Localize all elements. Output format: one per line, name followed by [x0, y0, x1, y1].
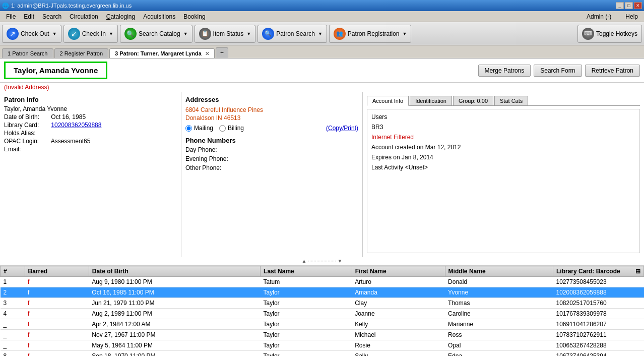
- results-table: # Barred Date of Birth Last Name First N…: [0, 266, 644, 356]
- group-tab[interactable]: Group: 0.00: [453, 96, 493, 105]
- evening-phone-label: Evening Phone:: [185, 155, 241, 162]
- account-panel: Account Info Identification Group: 0.00 …: [363, 92, 644, 257]
- stat-cats-tab[interactable]: Stat Cats: [494, 96, 528, 105]
- billing-radio-input[interactable]: [219, 125, 226, 132]
- toggle-hotkeys-label: Toggle Hotkeys: [596, 30, 637, 37]
- menu-help[interactable]: Help: [621, 12, 642, 21]
- check-out-button[interactable]: ↗ Check Out ▼: [2, 25, 61, 43]
- item-status-icon: 📋: [199, 28, 211, 40]
- tab-register-patron[interactable]: 2 Register Patron: [54, 48, 109, 58]
- tab-register-patron-label: 2 Register Patron: [60, 50, 103, 56]
- account-tabs: Account Info Identification Group: 0.00 …: [367, 96, 640, 106]
- search-catalog-label: Search Catalog: [139, 30, 180, 37]
- library-card-label: Library Card:: [4, 122, 49, 129]
- menu-acquisitions[interactable]: Acquisitions: [139, 12, 179, 21]
- menu-file[interactable]: File: [2, 12, 20, 21]
- table-row[interactable]: 4fAug 2, 1989 11:00 PMTaylorJoanneCaroli…: [1, 309, 644, 319]
- menu-admin[interactable]: Admin (-): [583, 12, 615, 21]
- holds-alias-row: Holds Alias:: [4, 130, 177, 137]
- tab-bar: 1 Patron Search 2 Register Patron 3 Patr…: [0, 45, 644, 58]
- detail-section: Patron Info Taylor, Amanda Yvonne Date o…: [0, 92, 644, 257]
- copy-print-link[interactable]: (Copy/Print): [326, 125, 358, 132]
- menu-cataloging[interactable]: Cataloging: [102, 12, 139, 21]
- dob-label: Date of Birth:: [4, 113, 49, 121]
- tab-patron-detail-close[interactable]: ✕: [205, 51, 209, 56]
- col-first-name[interactable]: First Name: [352, 266, 445, 277]
- table-row[interactable]: _fNov 27, 1967 11:00 PMTaylorMichaelRoss…: [1, 330, 644, 340]
- holds-alias-label: Holds Alias:: [4, 130, 49, 137]
- mailing-radio[interactable]: Mailing: [185, 125, 213, 132]
- account-last-activity: Last Activity <Unset>: [371, 164, 635, 171]
- check-in-label: Check In: [82, 30, 106, 37]
- opac-login-value: Assessment65: [51, 138, 91, 145]
- search-catalog-button[interactable]: 🔍 Search Catalog ▼: [120, 25, 192, 43]
- other-phone-row: Other Phone:: [185, 164, 358, 171]
- library-card-row: Library Card: 102008362059888: [4, 122, 177, 129]
- account-info-tab[interactable]: Account Info: [367, 96, 409, 106]
- minimize-button[interactable]: _: [616, 2, 624, 9]
- item-status-arrow: ▼: [246, 31, 251, 36]
- address-city-state-zip: Donaldson IN 46513: [185, 114, 358, 122]
- item-status-button[interactable]: 📋 Item Status ▼: [195, 25, 256, 43]
- col-num: #: [1, 266, 25, 277]
- addresses-panel: Addresses 6804 Careful Influence Pines D…: [181, 92, 363, 257]
- col-middle-name[interactable]: Middle Name: [445, 266, 553, 277]
- search-form-button[interactable]: Search Form: [534, 65, 582, 77]
- col-last-name[interactable]: Last Name: [261, 266, 352, 277]
- toggle-hotkeys-button[interactable]: ⌨ Toggle Hotkeys: [577, 25, 642, 43]
- toggle-hotkeys-icon: ⌨: [582, 28, 594, 40]
- account-created: Account created on Mar 12, 2012: [371, 144, 635, 151]
- merge-patrons-button[interactable]: Merge Patrons: [478, 65, 531, 77]
- col-barcode[interactable]: Library Card: Barcode ⊞: [553, 266, 644, 277]
- results-table-scroll[interactable]: # Barred Date of Birth Last Name First N…: [0, 266, 644, 356]
- check-in-icon: ↙: [68, 28, 80, 40]
- tab-patron-search-label: 1 Patron Search: [8, 50, 48, 56]
- table-row[interactable]: 8fSep 18, 1970 11:00 PMTaylorSallyEdna10…: [1, 351, 644, 357]
- patron-info-panel: Patron Info Taylor, Amanda Yvonne Date o…: [0, 92, 181, 257]
- mailing-label: Mailing: [194, 125, 213, 132]
- window-icon: 🌐: [2, 3, 9, 9]
- table-row[interactable]: _fApr 2, 1984 12:00 AMTaylorKellyMariann…: [1, 319, 644, 330]
- patron-fullname-row: Taylor, Amanda Yvonne: [4, 105, 177, 112]
- day-phone-row: Day Phone:: [185, 146, 358, 153]
- invalid-address-label: (Invalid Address): [4, 84, 49, 91]
- address-street: 6804 Careful Influence Pines: [185, 106, 358, 113]
- billing-label: Billing: [228, 125, 244, 132]
- dob-row: Date of Birth: Oct 16, 1985: [4, 113, 177, 121]
- identification-tab[interactable]: Identification: [410, 96, 452, 105]
- patron-registration-label: Patron Registration: [348, 30, 400, 37]
- account-expires: Expires on Jan 8, 2014: [371, 154, 635, 161]
- search-catalog-arrow: ▼: [183, 31, 188, 36]
- patron-registration-button[interactable]: 👥 Patron Registration ▼: [329, 25, 412, 43]
- close-button[interactable]: ✕: [634, 2, 642, 9]
- mailing-radio-input[interactable]: [185, 125, 192, 132]
- menu-search[interactable]: Search: [38, 12, 66, 21]
- scroll-indicator: ▲ ···················· ▼: [0, 257, 644, 265]
- col-dob[interactable]: Date of Birth: [89, 266, 260, 277]
- account-br3: BR3: [371, 124, 635, 131]
- col-barred[interactable]: Barred: [25, 266, 89, 277]
- table-row[interactable]: 1fAug 9, 1980 11:00 PMTatumArturoDonald1…: [1, 277, 644, 287]
- menu-booking[interactable]: Booking: [179, 12, 209, 21]
- tab-patron-detail[interactable]: 3 Patron: Turner, Margaret Lynda ✕: [109, 48, 215, 58]
- billing-radio[interactable]: Billing: [219, 125, 244, 132]
- menu-bar: File Edit Search Circulation Cataloging …: [0, 11, 644, 22]
- table-row[interactable]: 2fOct 16, 1985 11:00 PMTaylorAmandaYvonn…: [1, 287, 644, 298]
- patron-search-button[interactable]: 🔍 Patron Search ▼: [257, 25, 327, 43]
- day-phone-label: Day Phone:: [185, 146, 241, 153]
- sort-icon: ⊞: [635, 268, 640, 275]
- patron-registration-arrow: ▼: [403, 31, 407, 36]
- menu-edit[interactable]: Edit: [20, 12, 38, 21]
- check-in-button[interactable]: ↙ Check In ▼: [63, 25, 118, 43]
- add-tab-button[interactable]: +: [216, 47, 228, 58]
- menu-circulation[interactable]: Circulation: [66, 12, 102, 21]
- maximize-button[interactable]: □: [625, 2, 633, 9]
- table-row[interactable]: 3fJun 21, 1979 11:00 PMTaylorClayThomas1…: [1, 298, 644, 309]
- patron-info-title: Patron Info: [4, 96, 177, 103]
- dob-value: Oct 16, 1985: [51, 113, 86, 121]
- tab-patron-search[interactable]: 1 Patron Search: [2, 48, 53, 58]
- patron-header: Taylor, Amanda Yvonne Merge Patrons Sear…: [0, 58, 644, 83]
- library-card-value[interactable]: 102008362059888: [51, 122, 101, 129]
- retrieve-patron-button[interactable]: Retrieve Patron: [585, 65, 640, 77]
- table-row[interactable]: _fMay 5, 1964 11:00 PMTaylorRosieOpal100…: [1, 340, 644, 351]
